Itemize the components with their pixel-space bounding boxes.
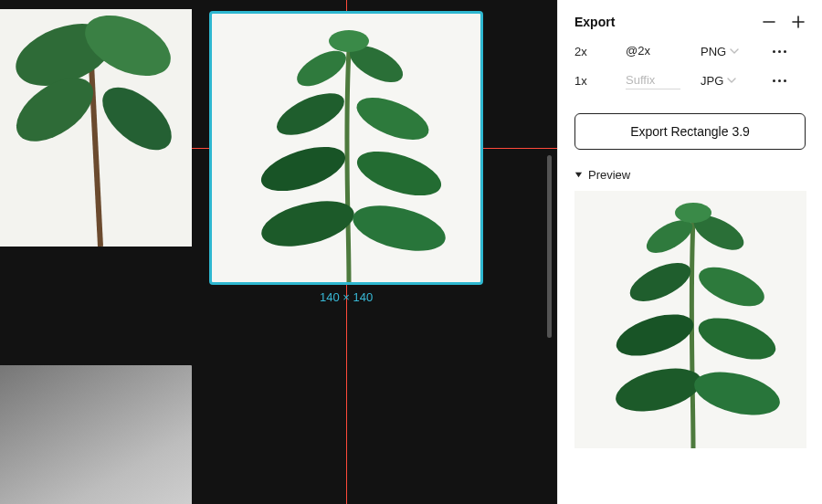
export-section-header: Export xyxy=(574,15,806,29)
export-section: Export 2x PNG xyxy=(558,0,822,99)
export-preset-list: 2x PNG 1x xyxy=(574,42,806,89)
export-preset-row: 1x JPG xyxy=(574,71,806,89)
add-export-preset-button[interactable] xyxy=(791,15,806,29)
export-button[interactable]: Export Rectangle 3.9 xyxy=(574,113,806,150)
export-section-title: Export xyxy=(574,15,615,29)
canvas-layer-image-bottom-left[interactable] xyxy=(0,365,192,504)
svg-point-8 xyxy=(329,30,369,52)
disclosure-triangle-icon xyxy=(574,171,583,179)
canvas-layer-image-left[interactable] xyxy=(0,9,192,247)
plant-icon xyxy=(212,14,480,282)
export-scale-value[interactable]: 1x xyxy=(574,74,618,88)
chevron-down-icon xyxy=(730,47,739,56)
export-format-select[interactable]: JPG xyxy=(701,74,761,88)
more-icon xyxy=(773,50,786,53)
preview-toggle[interactable]: Preview xyxy=(574,168,806,182)
plant-icon xyxy=(0,9,192,247)
canvas-layer-image-selected[interactable] xyxy=(212,14,480,282)
canvas[interactable]: 140 × 140 xyxy=(0,0,557,504)
export-format-value: JPG xyxy=(701,74,723,88)
svg-point-21 xyxy=(675,203,711,223)
inspector-panel: Export 2x PNG xyxy=(557,0,822,504)
minus-icon xyxy=(763,16,775,28)
export-format-value: PNG xyxy=(701,45,726,58)
export-preset-row: 2x PNG xyxy=(574,42,806,60)
more-icon xyxy=(773,79,786,82)
app-root: 140 × 140 Export 2x xyxy=(0,0,822,504)
selection-dimensions-label: 140 × 140 xyxy=(320,290,373,304)
export-suffix-input[interactable] xyxy=(626,71,680,89)
preview-thumbnail[interactable] xyxy=(574,191,806,448)
plus-icon xyxy=(792,16,805,28)
export-suffix-input[interactable] xyxy=(626,42,680,60)
export-preset-options-button[interactable] xyxy=(768,79,790,82)
remove-export-preset-button[interactable] xyxy=(762,15,776,29)
plant-icon xyxy=(574,191,806,448)
export-format-select[interactable]: PNG xyxy=(701,45,761,58)
export-button-label: Export Rectangle 3.9 xyxy=(630,124,750,139)
chevron-down-icon xyxy=(727,76,736,85)
canvas-scrollbar-vertical[interactable] xyxy=(547,155,552,338)
preview-section: Preview xyxy=(558,150,822,463)
export-preset-options-button[interactable] xyxy=(768,50,790,53)
export-scale-value[interactable]: 2x xyxy=(574,45,618,58)
preview-title: Preview xyxy=(588,168,630,182)
